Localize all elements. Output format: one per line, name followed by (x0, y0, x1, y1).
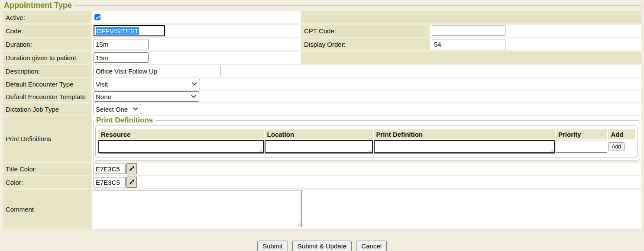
active-row-filler (301, 11, 641, 23)
color-label: Color: (3, 176, 91, 188)
default-encounter-type-cell: Visit (92, 78, 641, 90)
submit-and-update-button[interactable]: Submit & Update (292, 241, 352, 251)
default-encounter-type-select[interactable]: Visit (94, 79, 200, 89)
active-input-cell (92, 11, 301, 23)
cancel-button[interactable]: Cancel (356, 241, 387, 251)
appointment-type-fieldset: Appointment Type Active: Code: OFFVISITE… (2, 1, 642, 231)
print-definitions-box: Resource Location Print Definition Prior… (95, 126, 638, 158)
row-color: Color: (3, 176, 641, 188)
print-definitions-input-row: Add (98, 140, 635, 153)
default-encounter-template-label: Default Encounter Template (3, 91, 91, 102)
row-duration-patient: Duration given to patient: (3, 51, 641, 64)
dictation-job-type-value: Select One (96, 106, 128, 113)
eyedropper-icon (129, 166, 135, 172)
row-default-encounter-template: Default Encounter Template None (3, 91, 641, 102)
active-label: Active: (3, 11, 91, 23)
duration-patient-row-filler (301, 51, 641, 64)
color-input[interactable] (94, 177, 126, 187)
eyedropper-icon (129, 179, 135, 185)
add-button[interactable]: Add (608, 142, 624, 151)
form-button-bar: Submit Submit & Update Cancel (0, 241, 644, 251)
print-definitions-fieldset: Print Definitions Resource Location Prin… (93, 116, 640, 161)
print-definitions-cell: Print Definitions Resource Location Prin… (92, 116, 641, 161)
display-order-input[interactable] (432, 39, 505, 49)
row-default-encounter-type: Default Encounter Type Visit (3, 78, 641, 90)
description-label: Description: (3, 65, 91, 77)
duration-patient-input-cell (92, 51, 301, 64)
row-duration: Duration: Display Order: (3, 38, 641, 50)
code-selected-text: OFFVISITEST (96, 27, 139, 35)
row-title-color: Title Color: (3, 163, 641, 175)
check-icon (95, 15, 100, 20)
display-order-label: Display Order: (301, 38, 430, 50)
cpt-code-input[interactable] (432, 26, 505, 36)
row-comment: Comment (3, 190, 641, 228)
chevron-down-icon (133, 107, 138, 111)
print-definition-input[interactable] (374, 140, 555, 153)
duration-patient-label: Duration given to patient: (3, 51, 91, 64)
row-dictation-job-type: Dictation Job Type Select One (3, 103, 641, 115)
display-order-input-cell (430, 38, 641, 50)
location-input[interactable] (265, 140, 373, 153)
row-print-definitions: Print Definitions Print Definitions Reso… (3, 116, 641, 161)
code-input-cell: OFFVISITEST (92, 25, 301, 37)
duration-input-cell (92, 38, 301, 50)
cpt-code-label: CPT Code: (301, 25, 430, 37)
code-input[interactable]: OFFVISITEST (94, 25, 165, 36)
default-encounter-template-cell: None (92, 91, 641, 102)
resource-input[interactable] (98, 140, 264, 153)
location-column-header: Location (265, 129, 373, 139)
description-input[interactable] (94, 66, 220, 76)
comment-cell (92, 190, 641, 228)
priority-input[interactable] (556, 141, 607, 153)
print-definitions-label: Print Definitions (3, 116, 91, 161)
duration-label: Duration: (3, 38, 91, 50)
row-active: Active: (3, 11, 641, 23)
print-definitions-header-row: Resource Location Print Definition Prior… (98, 129, 635, 139)
default-encounter-template-value: None (96, 93, 111, 100)
title-color-label: Title Color: (3, 163, 91, 175)
active-checkbox[interactable] (94, 14, 100, 20)
resource-column-header: Resource (98, 129, 264, 139)
print-definitions-legend: Print Definitions (95, 116, 155, 125)
appointment-type-form: Active: Code: OFFVISITEST CPT Code: (3, 11, 641, 228)
default-encounter-type-value: Visit (96, 80, 108, 88)
comment-label: Comment (3, 190, 91, 228)
dictation-job-type-label: Dictation Job Type (3, 103, 91, 115)
dictation-job-type-select[interactable]: Select One (94, 104, 141, 114)
title-color-cell (92, 163, 641, 175)
color-picker-button[interactable] (126, 177, 137, 188)
default-encounter-type-label: Default Encounter Type (3, 78, 91, 90)
color-cell (92, 176, 641, 188)
duration-input[interactable] (94, 39, 149, 49)
dictation-job-type-cell: Select One (92, 103, 641, 115)
chevron-down-icon (192, 82, 197, 86)
default-encounter-template-select[interactable]: None (94, 91, 199, 102)
submit-button[interactable]: Submit (257, 241, 288, 251)
row-code: Code: OFFVISITEST CPT Code: (3, 25, 641, 37)
priority-column-header: Priority (556, 129, 607, 139)
row-description: Description: (3, 65, 641, 77)
code-label: Code: (3, 25, 91, 37)
title-color-picker-button[interactable] (126, 163, 137, 174)
comment-textarea[interactable] (93, 190, 302, 227)
print-definitions-table: Resource Location Print Definition Prior… (97, 129, 636, 154)
chevron-down-icon (191, 95, 196, 98)
description-input-cell (92, 65, 641, 77)
page-title: Appointment Type (3, 1, 74, 10)
duration-patient-input[interactable] (94, 52, 149, 63)
cpt-code-input-cell (430, 25, 641, 37)
print-definition-column-header: Print Definition (374, 129, 555, 139)
add-column-header: Add (608, 129, 635, 139)
title-color-input[interactable] (94, 164, 126, 174)
